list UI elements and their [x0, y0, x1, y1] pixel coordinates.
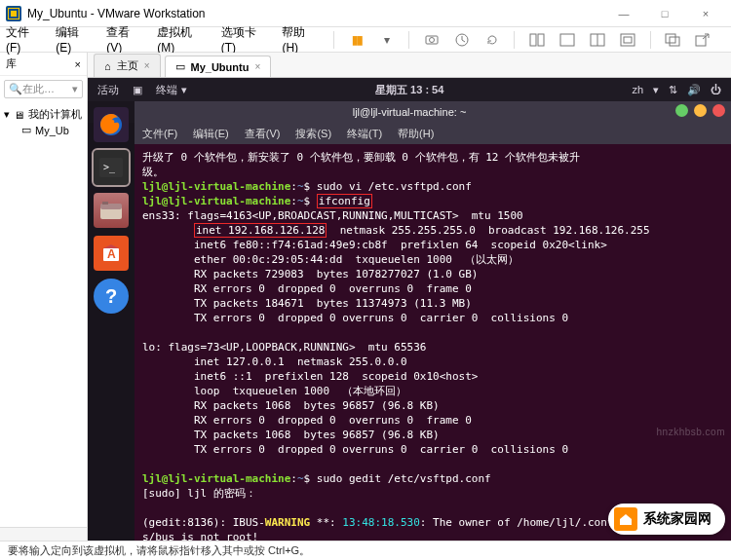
tab-vm[interactable]: ▭ My_Ubuntu ×: [165, 56, 272, 77]
svg-rect-4: [530, 34, 536, 46]
terminal-window-title: ljl@ljl-virtual-machine: ~: [88, 101, 731, 123]
output-line: TX packets 184671 bytes 11374973 (11.3 M…: [142, 297, 472, 310]
output-line: RX errors 0 dropped 0 overruns 0 frame 0: [142, 414, 472, 427]
tab-home[interactable]: ⌂ 主页 ×: [94, 54, 161, 77]
terminal-window-controls: [675, 104, 725, 117]
output-line: RX packets 729083 bytes 1078277027 (1.0 …: [142, 268, 478, 280]
search-placeholder: 在此…: [22, 82, 55, 96]
menu-tab[interactable]: 选项卡(T): [221, 24, 269, 55]
unity-icon[interactable]: [665, 31, 681, 49]
term-menu-file[interactable]: 文件(F): [142, 127, 177, 141]
library-search[interactable]: 🔍 在此… ▾: [4, 80, 83, 98]
files-icon[interactable]: [94, 193, 129, 228]
popout-icon[interactable]: [695, 31, 712, 49]
search-dropdown-icon[interactable]: ▾: [72, 83, 78, 95]
command: sudo vi /etc.vsftpd.conf: [317, 180, 472, 193]
output-line: 级。: [142, 166, 164, 178]
terminal-window: 文件(F) 编辑(E) 查看(V) 搜索(S) 终端(T) 帮助(H) 升级了 …: [135, 123, 731, 541]
fullscreen-icon[interactable]: [620, 31, 636, 49]
term-max-icon[interactable]: [694, 104, 707, 117]
library-tree: ▾ 🖥 我的计算机 ▭ My_Ub: [0, 102, 87, 527]
output-line: ether 00:0c:29:05:44:dd txqueuelen 1000 …: [142, 253, 519, 266]
menu-vm[interactable]: 虚拟机(M): [157, 24, 207, 55]
layout2-icon[interactable]: [558, 31, 575, 49]
menu-edit[interactable]: 编辑(E): [56, 24, 93, 55]
help-icon[interactable]: ?: [94, 279, 129, 314]
term-menu-edit[interactable]: 编辑(E): [193, 127, 229, 141]
term-close-icon[interactable]: [712, 104, 725, 117]
output-time: 13:48:18.530: [342, 516, 419, 529]
term-min-icon[interactable]: [675, 104, 688, 117]
terminal-menu-arrow[interactable]: ▾: [181, 84, 187, 96]
output-line: netmask 255.255.255.0 broadcast 192.168.…: [327, 224, 649, 237]
layout3-icon[interactable]: [590, 31, 606, 49]
tree-root[interactable]: ▾ 🖥 我的计算机: [4, 106, 83, 123]
term-menu-view[interactable]: 查看(V): [245, 127, 281, 141]
toolbar-dropdown-icon[interactable]: ▾: [378, 31, 395, 49]
term-menu-search[interactable]: 搜索(S): [295, 127, 331, 141]
network-icon[interactable]: ⇅: [669, 84, 677, 96]
term-menu-terminal[interactable]: 终端(T): [347, 127, 382, 141]
tab-close-icon[interactable]: ×: [254, 61, 260, 72]
ubuntu-dock: >_ A ?: [88, 101, 135, 541]
vmware-icon: [6, 6, 21, 21]
command-highlight: ifconfig: [317, 194, 372, 208]
output-line: [sudo] ljl 的密码：: [142, 487, 256, 500]
svg-rect-10: [624, 37, 632, 43]
terminal-menu-label[interactable]: 终端: [156, 83, 177, 97]
output-line: TX errors 0 dropped 0 overruns 0 carrier…: [142, 312, 568, 324]
prompt-path: ~: [297, 472, 304, 485]
maximize-button[interactable]: □: [645, 3, 684, 24]
menu-file[interactable]: 文件(F): [6, 24, 42, 55]
watermark-text: 系统家园网: [643, 510, 712, 528]
svg-rect-12: [670, 37, 679, 46]
svg-text:A: A: [107, 247, 116, 261]
software-icon[interactable]: A: [94, 236, 129, 271]
output-line: RX packets 1068 bytes 96857 (96.8 KB): [142, 399, 440, 412]
output-line: (gedit:8136): IBUS-: [142, 516, 265, 529]
output-line: RX errors 0 dropped 0 overruns 0 frame 0: [142, 282, 472, 295]
svg-rect-19: [102, 202, 108, 205]
content-area: ⌂ 主页 × ▭ My_Ubuntu × 活动 ▣ 终端 ▾ 星期五 13 : …: [88, 53, 731, 541]
prompt-user: ljl@ljl-virtual-machine: [142, 180, 290, 193]
firefox-icon[interactable]: [94, 107, 129, 142]
refresh-icon[interactable]: [483, 31, 500, 49]
tab-home-label: 主页: [117, 58, 138, 73]
menu-help[interactable]: 帮助(H): [282, 24, 320, 55]
terminal-output[interactable]: 升级了 0 个软件包，新安装了 0 个软件包，要卸载 0 个软件包，有 12 个…: [135, 144, 731, 541]
pause-icon[interactable]: ▮▮: [348, 31, 365, 49]
power-icon[interactable]: ⏻: [711, 84, 721, 95]
lang-indicator[interactable]: zh: [632, 84, 643, 95]
output-line: loop txqueuelen 1000 （本地环回）: [142, 385, 406, 397]
library-scrollbar[interactable]: [0, 527, 87, 541]
activities-button[interactable]: 活动: [97, 83, 119, 97]
library-panel: 库 × 🔍 在此… ▾ ▾ 🖥 我的计算机 ▭ My_Ub: [0, 53, 88, 541]
clock[interactable]: 星期五 13 : 54: [201, 83, 618, 97]
term-menu-help[interactable]: 帮助(H): [398, 127, 434, 141]
prompt-path: ~: [297, 195, 304, 207]
svg-point-2: [429, 37, 434, 42]
tree-child[interactable]: ▭ My_Ub: [4, 123, 83, 137]
volume-icon[interactable]: 🔊: [687, 84, 701, 96]
tab-close-icon[interactable]: ×: [144, 60, 150, 71]
svg-rect-11: [666, 34, 675, 43]
snapshot-icon[interactable]: [423, 31, 440, 49]
output-highlight: inet 192.168.126.128: [194, 223, 327, 238]
layout1-icon[interactable]: [528, 31, 545, 49]
minimize-button[interactable]: —: [604, 3, 643, 24]
lang-dropdown-icon[interactable]: ▾: [653, 84, 659, 96]
terminal-menubar: 文件(F) 编辑(E) 查看(V) 搜索(S) 终端(T) 帮助(H): [135, 123, 731, 144]
terminal-icon[interactable]: >_: [94, 150, 129, 185]
svg-rect-0: [10, 10, 18, 18]
vm-display[interactable]: 活动 ▣ 终端 ▾ 星期五 13 : 54 zh ▾ ⇅ 🔊 ⏻ ljl@ljl…: [88, 78, 731, 541]
clock-icon[interactable]: [453, 31, 470, 49]
output-line: lo: flags=73<UP,LOOPBACK,RUNNING> mtu 65…: [142, 341, 426, 354]
expand-icon[interactable]: ▾: [4, 108, 10, 121]
window-controls: — □ ×: [604, 3, 725, 24]
menu-view[interactable]: 查看(V): [106, 24, 143, 55]
terminal-menu-icon[interactable]: ▣: [133, 84, 142, 96]
terminal-title-text: ljl@ljl-virtual-machine: ~: [353, 106, 467, 118]
close-button[interactable]: ×: [686, 3, 725, 24]
library-close[interactable]: ×: [75, 58, 81, 70]
watermark-url: hnzkhbsb.com: [657, 427, 725, 437]
